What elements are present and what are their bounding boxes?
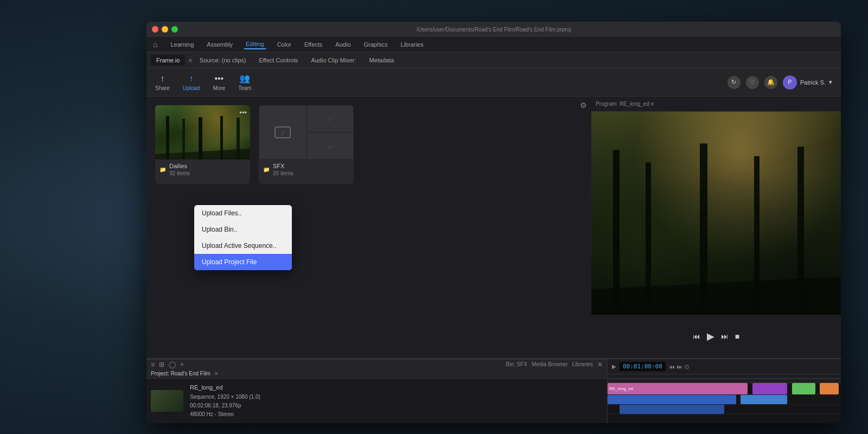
add-icon[interactable]: +	[180, 361, 184, 368]
dropdown-upload-files[interactable]: Upload Files..	[194, 205, 292, 221]
panel-tabs: Frame.io ≡ Source: (no clips) Effect Con…	[146, 52, 841, 68]
timecode-display: 00:01:00:00	[620, 362, 666, 371]
list-view-icon[interactable]: ≡	[151, 361, 155, 368]
user-menu[interactable]: P Patrick S. ▾	[783, 75, 832, 90]
dropdown-upload-bin[interactable]: Upload Bin..	[194, 221, 292, 238]
team-label: Team	[238, 85, 251, 91]
heart-button[interactable]: ♡	[746, 76, 759, 89]
media-browser-label[interactable]: Media Browser	[532, 361, 568, 367]
more-button[interactable]: ••• More	[213, 74, 225, 91]
tab-effect-controls[interactable]: Effect Controls	[253, 55, 303, 66]
main-content: ⚙ •••	[146, 97, 841, 358]
menu-item-libraries[interactable]: Libraries	[399, 40, 426, 49]
upload-button[interactable]: ↑ Upload	[183, 74, 200, 91]
folder-name-dailies: Dailies	[169, 163, 190, 169]
play-pause-button[interactable]: ▶	[707, 330, 714, 342]
preview-ctrl-row: ⏮ ▶ ⏭ ■	[598, 330, 834, 342]
sequence-audio: 48000 Hz - Stereo	[190, 410, 260, 419]
toolbar: ↑ Share ↑ Upload ••• More 👥 Team ↻ ♡ 🔔 P…	[146, 68, 841, 97]
tab-source[interactable]: Source: (no clips)	[194, 55, 252, 66]
project-menu-icon[interactable]: ≡	[215, 371, 218, 376]
folder-card-sfx[interactable]: ♪ ♪ ♪ 📁 SFX 20 items	[259, 105, 354, 184]
folder-count-sfx: 20 items	[273, 170, 293, 176]
dropdown-upload-sequence[interactable]: Upload Active Sequence..	[194, 238, 292, 254]
dailies-thumbnail	[155, 105, 250, 159]
frameio-menu-icon[interactable]: ≡	[188, 57, 192, 63]
timeline-clip-a1[interactable]	[608, 395, 736, 404]
close-button[interactable]	[152, 26, 158, 33]
timeline-clip-v1c[interactable]	[792, 383, 815, 394]
sequence-name: RE_long_ed	[190, 383, 260, 393]
timeline-clip-v1d[interactable]	[820, 383, 838, 394]
bottom-panel: ≡ ⊞ ◯ + Bin: SFX Media Browser Libraries…	[146, 358, 841, 423]
menu-item-effects[interactable]: Effects	[302, 40, 324, 49]
more-label: More	[213, 85, 225, 91]
more-icon: •••	[214, 74, 224, 84]
project-thumbnail	[151, 390, 183, 412]
timeline-panel: ▶ 00:01:00:00 ⏮ ⏭ ⚙ RE_long_ed	[608, 359, 841, 423]
sfx-grid: ♪ ♪ ♪	[259, 105, 354, 159]
project-name-label[interactable]: Project: Road's End Film	[151, 371, 210, 376]
play-button-timeline[interactable]: ▶	[612, 363, 616, 369]
tab-frameio[interactable]: Frame.io	[151, 55, 185, 66]
project-info: RE_long_ed Sequence, 1920 × 1080 (1.0) 0…	[190, 383, 260, 419]
upload-dropdown: Upload Files.. Upload Bin.. Upload Activ…	[194, 205, 292, 270]
svg-marker-5	[155, 149, 250, 159]
refresh-button[interactable]: ↻	[727, 76, 741, 89]
user-name: Patrick S.	[800, 79, 826, 86]
frameio-panel: ⚙ •••	[146, 97, 591, 358]
tab-metadata[interactable]: Metadata	[364, 55, 400, 66]
share-button[interactable]: ↑ Share	[155, 74, 170, 91]
more-options-icon[interactable]: •••	[239, 108, 247, 117]
libraries-label[interactable]: Libraries	[572, 361, 593, 367]
avatar: P	[783, 75, 797, 90]
sfx-bottom-right: ♪	[307, 132, 354, 159]
timeline-header: ▶ 00:01:00:00 ⏮ ⏭ ⚙	[608, 359, 841, 374]
preview-video	[591, 112, 841, 315]
timeline-clip-a1b[interactable]	[741, 395, 787, 404]
share-label: Share	[155, 85, 170, 91]
main-window: /Users/user/Documents/Road's End Film/Ro…	[146, 22, 841, 423]
timeline-clip-a2[interactable]	[620, 405, 725, 414]
bin-sfx-label[interactable]: Bin: SFX	[506, 361, 527, 367]
settings-icon[interactable]: ⚙	[580, 101, 587, 110]
dropdown-upload-project[interactable]: Upload Project File	[194, 254, 292, 270]
freeform-icon[interactable]: ◯	[169, 361, 176, 368]
team-button[interactable]: 👥 Team	[238, 73, 251, 91]
menu-item-learning[interactable]: Learning	[168, 40, 196, 49]
sequence-info: Sequence, 1920 × 1080 (1.0)	[190, 393, 260, 401]
menu-item-editing[interactable]: Editing	[244, 40, 266, 49]
timeline-track-v1: RE_long_ed	[608, 383, 841, 395]
user-chevron-icon: ▾	[829, 79, 832, 86]
step-forward-button[interactable]: ⏭	[721, 332, 729, 341]
folder-card-dailies[interactable]: ••• 📁 Dailies 32 items	[155, 105, 250, 184]
menu-item-audio[interactable]: Audio	[333, 40, 353, 49]
timeline-ruler	[608, 374, 841, 383]
menu-item-color[interactable]: Color	[275, 40, 293, 49]
svg-text:♪: ♪	[329, 143, 331, 149]
bell-button[interactable]: 🔔	[764, 76, 777, 89]
preview-controls: ⏮ ▶ ⏭ ■	[591, 315, 841, 358]
timeline-track-a1	[608, 395, 841, 405]
panel-close-icon[interactable]: ✕	[597, 361, 603, 368]
title-bar: /Users/user/Documents/Road's End Film/Ro…	[146, 22, 841, 37]
menu-item-graphics[interactable]: Graphics	[362, 40, 390, 49]
menu-item-assembly[interactable]: Assembly	[205, 40, 235, 49]
timeline-controls[interactable]: ⏮ ⏭ ⚙	[669, 363, 690, 370]
sequence-duration: 00:02:06:18, 23.976p	[190, 401, 260, 410]
home-icon[interactable]: ⌂	[153, 40, 157, 49]
toolbar-right: ↻ ♡ 🔔 P Patrick S. ▾	[727, 75, 832, 90]
timeline-track-a2	[608, 405, 841, 414]
step-back-button[interactable]: ⏮	[693, 332, 700, 341]
maximize-button[interactable]	[171, 26, 178, 33]
timeline-clip-v1[interactable]: RE_long_ed	[608, 383, 748, 394]
tab-audio-clip-mixer[interactable]: Audio Clip Mixer:	[305, 55, 361, 66]
preview-header: Program: RE_long_ed ≡	[591, 97, 841, 112]
svg-text:♪: ♪	[329, 116, 331, 122]
preview-panel: Program: RE_long_ed ≡	[591, 97, 841, 358]
bottom-left: ≡ ⊞ ◯ + Bin: SFX Media Browser Libraries…	[146, 359, 608, 423]
minimize-button[interactable]	[162, 26, 168, 33]
timeline-clip-v1b[interactable]	[752, 383, 788, 394]
stop-button[interactable]: ■	[735, 332, 739, 341]
grid-view-icon[interactable]: ⊞	[159, 361, 164, 368]
